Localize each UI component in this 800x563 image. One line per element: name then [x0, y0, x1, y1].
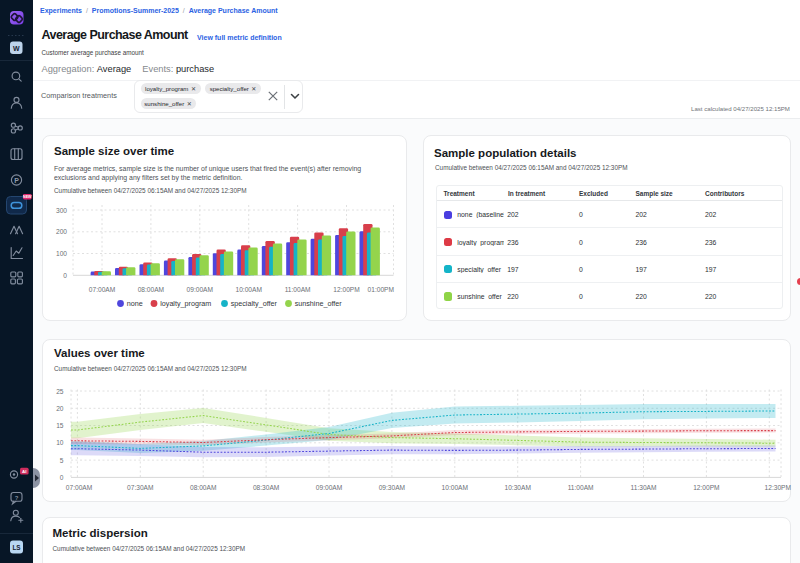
svg-text:AI: AI: [22, 469, 26, 474]
svg-text:P: P: [14, 177, 19, 184]
svg-text:LS: LS: [12, 544, 20, 551]
svg-text:NEW: NEW: [23, 195, 32, 199]
svg-text:W: W: [13, 45, 20, 52]
svg-text:?: ?: [15, 495, 19, 501]
